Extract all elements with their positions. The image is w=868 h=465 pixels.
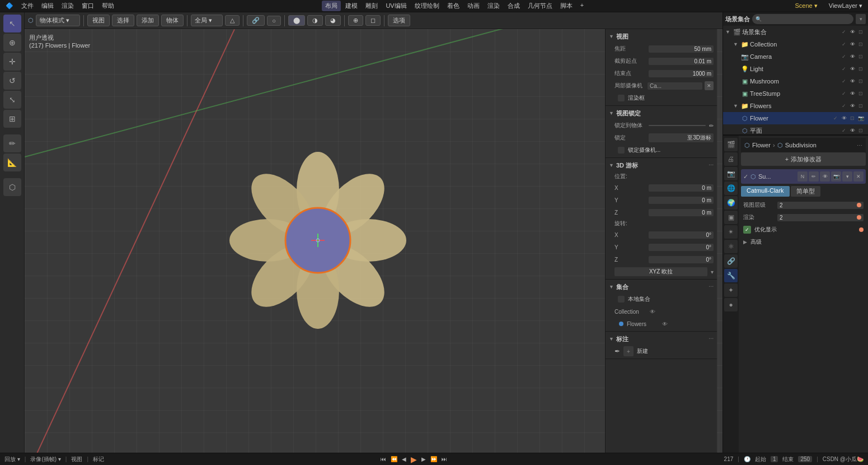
prop-tab-physics[interactable]: ⚛	[724, 240, 738, 253]
workspace-layout[interactable]: 布局	[322, 1, 341, 11]
scene-eye-icon[interactable]: 👁	[848, 28, 856, 36]
vp-focal-value[interactable]: 50 mm	[649, 45, 714, 53]
timeline-jump-end[interactable]: ⏭	[442, 456, 447, 462]
subdiv-eye-btn[interactable]: 👁	[820, 171, 830, 182]
timeline-prev-key[interactable]: ⏪	[391, 456, 397, 462]
select-menu[interactable]: 选择	[112, 15, 134, 26]
workspace-compositing[interactable]: 合成	[504, 1, 523, 11]
prop-tab-material[interactable]: ●	[724, 298, 738, 311]
outliner-row-flowers[interactable]: ▼ 📁 Flowers ✓ 👁 ⊡	[723, 100, 868, 112]
outliner-row-camera[interactable]: 📷 Camera ✓ 👁 ⊡	[723, 50, 868, 63]
plane-restrict-icon[interactable]: ⊡	[857, 127, 865, 134]
local-collection-checkbox[interactable]	[618, 296, 625, 303]
tool-annotate[interactable]: ✏	[3, 134, 21, 152]
scene-restrict-icon[interactable]: ⊡	[857, 28, 865, 36]
prop-tab-modifiers[interactable]: 🔧	[724, 269, 738, 282]
menu-window[interactable]: 窗口	[78, 1, 97, 11]
tool-select[interactable]: ↖	[3, 15, 21, 32]
render-engine[interactable]: ViewLayer ▾	[825, 1, 866, 11]
flowers-eye-icon[interactable]: 👁	[848, 102, 856, 110]
cursor-x-value[interactable]: 0 m	[649, 184, 714, 192]
subdiv-close-btn[interactable]: ✕	[853, 171, 864, 182]
prop-tab-shader[interactable]: ✦	[724, 283, 738, 297]
add-menu[interactable]: 添加	[137, 15, 159, 26]
tool-measure[interactable]: 📐	[3, 154, 21, 171]
flower-eye-icon[interactable]: 👁	[840, 114, 848, 122]
lock-camera-checkbox[interactable]	[618, 147, 625, 154]
outliner-filter-btn[interactable]: ▾	[856, 14, 866, 24]
col-restrict-icon[interactable]: ⊡	[857, 40, 865, 48]
optimal-display-checkbox[interactable]: ✓	[743, 226, 751, 234]
prop-tab-viewlayer[interactable]: 📷	[724, 167, 738, 180]
cursor-z-value[interactable]: 0 m	[649, 209, 714, 216]
levels-value[interactable]: 2	[777, 202, 864, 209]
prop-tab-constraints[interactable]: 🔗	[724, 254, 738, 268]
flowers-check-icon[interactable]: ✓	[840, 102, 848, 110]
mush-check-icon[interactable]: ✓	[840, 77, 848, 85]
catmull-clark-tab[interactable]: Catmull-Clark	[741, 186, 790, 197]
cursor-y-value[interactable]: 0 m	[649, 197, 714, 204]
prop-tab-scene[interactable]: 🌐	[724, 182, 738, 195]
shading-render[interactable]: ◕	[325, 15, 341, 26]
plane-eye-icon[interactable]: 👁	[848, 127, 856, 134]
outliner-row-light[interactable]: 💡 Light ✓ 👁 ⊡	[723, 63, 868, 75]
vp-view-title[interactable]: ▼ (217) Flowers | Flower 视图	[606, 30, 717, 43]
options-btn[interactable]: 选项	[388, 15, 410, 26]
col-check-icon[interactable]: ✓	[840, 40, 848, 48]
flowers-restrict-icon[interactable]: ⊡	[857, 102, 865, 110]
prop-tab-object[interactable]: ▣	[724, 211, 738, 224]
lock-to-object-input[interactable]	[649, 125, 706, 126]
global-dropdown[interactable]: 全局 ▾	[191, 15, 223, 26]
outliner-row-scene[interactable]: ▼ 🎬 场景集合 ✓ 👁 ⊡	[723, 26, 868, 38]
timeline-next-frame[interactable]: ▶	[421, 456, 426, 462]
render-border-checkbox[interactable]	[618, 95, 625, 101]
cursor-rx-value[interactable]: 0°	[649, 231, 714, 239]
lock-eyedropper-icon[interactable]: ✏	[709, 123, 714, 129]
vp-view-lock-title[interactable]: ▼ 视图锁定	[606, 107, 717, 119]
overlay-btn[interactable]: ⊕	[348, 15, 363, 26]
timeline-play[interactable]: ▶	[411, 455, 417, 464]
breadcrumb-modifier[interactable]: Subdivision	[785, 142, 817, 148]
tool-rotate[interactable]: ↺	[3, 72, 21, 90]
breadcrumb-object[interactable]: Flower	[752, 142, 771, 148]
tool-scale[interactable]: ⤡	[3, 91, 21, 109]
subdiv-check-icon[interactable]: ✓	[743, 173, 748, 180]
cam-eye-icon[interactable]: 👁	[848, 53, 856, 61]
add-modifier-btn[interactable]: + 添加修改器	[741, 152, 866, 166]
plane-check-icon[interactable]: ✓	[840, 127, 848, 134]
object-menu[interactable]: 物体	[161, 15, 184, 26]
shading-solid[interactable]: ⬤	[288, 15, 305, 26]
mush-eye-icon[interactable]: 👁	[848, 77, 856, 85]
vp-camera-close-btn[interactable]: ✕	[705, 81, 714, 90]
timeline-next-key[interactable]: ⏩	[430, 456, 437, 462]
vp-clip-start-value[interactable]: 0.01 m	[649, 58, 714, 65]
workspace-sculpt[interactable]: 雕刻	[362, 1, 381, 11]
prop-tab-world[interactable]: 🌍	[724, 196, 738, 210]
menu-app-icon[interactable]: 🔷	[2, 1, 17, 11]
annotation-add-btn[interactable]: +	[623, 346, 634, 356]
cursor-rz-value[interactable]: 0°	[649, 256, 714, 263]
col-eye-icon[interactable]: 👁	[848, 40, 856, 48]
xray-btn[interactable]: ◻	[365, 15, 381, 26]
outliner-row-collection[interactable]: ▼ 📁 Collection ✓ 👁 ⊡	[723, 38, 868, 50]
workspace-rendering[interactable]: 渲染	[484, 1, 503, 11]
prop-tab-particles[interactable]: ✴	[724, 225, 738, 239]
vp-collection-title[interactable]: ▼ 集合 ⋯	[606, 281, 717, 293]
workspace-uv[interactable]: UV编辑	[382, 1, 410, 11]
light-eye-icon[interactable]: 👁	[848, 65, 856, 73]
tool-add[interactable]: ⬡	[3, 178, 21, 196]
shading-material[interactable]: ◑	[307, 15, 323, 26]
collection-eye-icon[interactable]: 👁	[649, 308, 656, 315]
status-end-frame[interactable]: 250	[798, 456, 812, 462]
snap-toggle[interactable]: 🔗	[247, 15, 265, 26]
menu-edit[interactable]: 编辑	[38, 1, 57, 11]
cursor-ry-value[interactable]: 0°	[649, 244, 714, 251]
flower-object[interactable]	[212, 134, 424, 348]
workspace-texture[interactable]: 纹理绘制	[411, 1, 443, 11]
light-check-icon[interactable]: ✓	[840, 65, 848, 73]
outliner-row-mushroom[interactable]: ▣ Mushroom ✓ 👁 ⊡	[723, 75, 868, 87]
subdiv-mode-toggle[interactable]: ▾	[842, 171, 852, 182]
workspace-modeling[interactable]: 建模	[342, 1, 361, 11]
vp-clip-end-value[interactable]: 1000 m	[649, 70, 714, 77]
mode-dropdown[interactable]: 物体模式 ▾	[36, 15, 80, 26]
